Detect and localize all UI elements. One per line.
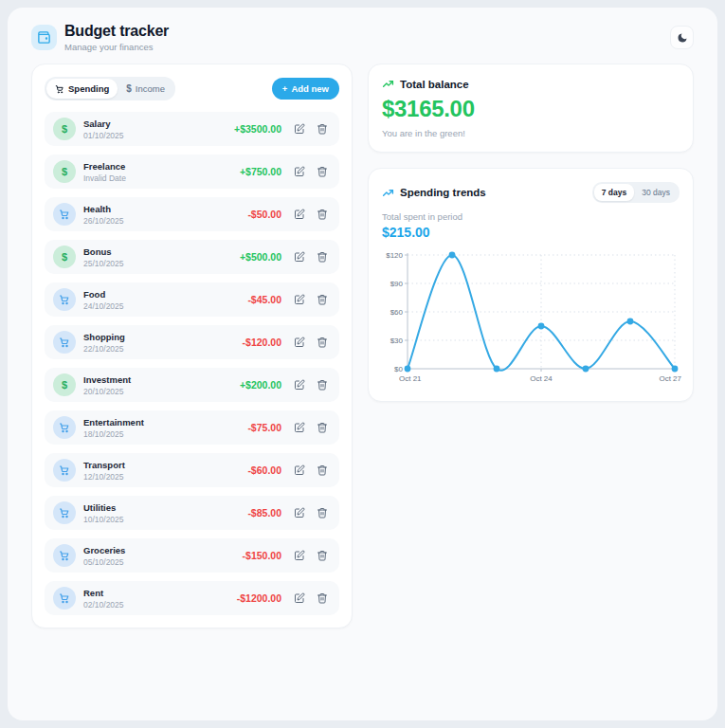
transaction-amount: +$200.00 bbox=[240, 379, 281, 391]
transaction-name: Freelance bbox=[83, 161, 240, 172]
cart-icon bbox=[53, 544, 76, 567]
svg-text:$0: $0 bbox=[394, 365, 403, 373]
transaction-row: Utilities 10/10/2025 -$85.00 bbox=[45, 496, 339, 530]
trends-chart: $0$30$60$90$120Oct 21Oct 24Oct 27 bbox=[382, 246, 681, 388]
right-column: Total balance $3165.00 You are in the gr… bbox=[368, 64, 694, 402]
transaction-amount: -$75.00 bbox=[247, 422, 281, 433]
transaction-date: 20/10/2025 bbox=[83, 387, 240, 396]
delete-button[interactable] bbox=[314, 163, 331, 180]
edit-button[interactable] bbox=[291, 547, 308, 564]
transaction-date: 02/10/2025 bbox=[83, 600, 237, 610]
moon-icon bbox=[677, 32, 688, 44]
delete-button[interactable] bbox=[314, 334, 331, 351]
tab-label: Spending bbox=[68, 83, 109, 94]
trash-icon bbox=[317, 209, 328, 220]
trash-icon bbox=[317, 123, 328, 135]
delete-button[interactable] bbox=[314, 291, 331, 308]
period-toggle: 7 days 30 days bbox=[592, 182, 680, 203]
period-30-days-button[interactable]: 30 days bbox=[634, 184, 678, 201]
transaction-name: Bonus bbox=[83, 246, 240, 257]
tab-spending[interactable]: Spending bbox=[46, 79, 118, 99]
transaction-name: Utilities bbox=[83, 502, 247, 513]
transaction-name: Investment bbox=[83, 374, 240, 385]
delete-button[interactable] bbox=[314, 248, 331, 265]
trending-up-icon bbox=[382, 78, 394, 90]
transactions-toolbar: Spending $ Income + Add new bbox=[45, 77, 339, 100]
cart-icon bbox=[53, 288, 76, 311]
edit-button[interactable] bbox=[291, 248, 308, 265]
transaction-amount: -$60.00 bbox=[247, 464, 281, 476]
edit-icon bbox=[294, 166, 305, 177]
trash-icon bbox=[317, 592, 328, 604]
delete-button[interactable] bbox=[314, 206, 331, 223]
edit-icon bbox=[294, 379, 305, 391]
transaction-row: Shopping 22/10/2025 -$120.00 bbox=[45, 325, 339, 359]
delete-button[interactable] bbox=[314, 120, 331, 137]
transaction-row: $ Salary 01/10/2025 +$3500.00 bbox=[45, 112, 339, 146]
transaction-date: 05/10/2025 bbox=[83, 557, 243, 567]
transaction-date: Invalid Date bbox=[83, 173, 240, 183]
svg-text:$60: $60 bbox=[390, 308, 404, 317]
transaction-row: Food 24/10/2025 -$45.00 bbox=[45, 282, 339, 317]
delete-button[interactable] bbox=[314, 504, 331, 521]
chart-container: $0$30$60$90$120Oct 21Oct 24Oct 27 bbox=[382, 246, 680, 391]
transaction-amount: +$500.00 bbox=[240, 251, 281, 263]
period-7-days-button[interactable]: 7 days bbox=[594, 184, 634, 201]
tab-label: Income bbox=[136, 83, 165, 94]
transaction-date: 25/10/2025 bbox=[83, 259, 240, 268]
edit-button[interactable] bbox=[291, 206, 308, 223]
add-new-button[interactable]: + Add new bbox=[272, 78, 339, 100]
delete-button[interactable] bbox=[314, 376, 331, 393]
edit-button[interactable] bbox=[291, 291, 308, 308]
edit-icon bbox=[294, 464, 305, 476]
edit-icon bbox=[294, 294, 305, 305]
edit-button[interactable] bbox=[291, 376, 308, 393]
app-header: Budget tracker Manage your finances bbox=[8, 8, 717, 64]
trash-icon bbox=[317, 507, 328, 519]
trends-title: Spending trends bbox=[400, 187, 486, 198]
theme-toggle-button[interactable] bbox=[670, 26, 694, 49]
delete-button[interactable] bbox=[314, 462, 331, 479]
transaction-amount: -$150.00 bbox=[243, 550, 281, 561]
edit-button[interactable] bbox=[291, 462, 308, 479]
wallet-icon bbox=[31, 25, 57, 50]
svg-text:$30: $30 bbox=[390, 337, 404, 345]
balance-value: $3165.00 bbox=[382, 96, 680, 122]
edit-icon bbox=[294, 550, 305, 561]
trash-icon bbox=[317, 379, 328, 391]
trends-card: Spending trends 7 days 30 days Total spe… bbox=[368, 168, 694, 402]
transaction-row: $ Freelance Invalid Date +$750.00 bbox=[45, 155, 339, 189]
trash-icon bbox=[317, 294, 328, 305]
transaction-name: Health bbox=[83, 204, 247, 214]
transaction-row: Rent 02/10/2025 -$1200.00 bbox=[45, 581, 339, 615]
balance-note: You are in the green! bbox=[382, 128, 680, 138]
cart-icon bbox=[53, 331, 76, 354]
transaction-amount: -$45.00 bbox=[247, 294, 281, 305]
edit-icon bbox=[294, 209, 305, 220]
transaction-name: Shopping bbox=[83, 332, 243, 342]
delete-button[interactable] bbox=[314, 590, 331, 607]
transaction-date: 26/10/2025 bbox=[83, 216, 247, 226]
delete-button[interactable] bbox=[314, 547, 331, 564]
dollar-icon: $ bbox=[53, 373, 76, 396]
transaction-row: Health 26/10/2025 -$50.00 bbox=[45, 197, 339, 231]
cart-icon bbox=[53, 501, 76, 524]
svg-text:Oct 24: Oct 24 bbox=[530, 374, 553, 383]
delete-button[interactable] bbox=[314, 419, 331, 436]
transaction-row: $ Bonus 25/10/2025 +$500.00 bbox=[45, 240, 339, 274]
add-new-label: Add new bbox=[291, 83, 329, 94]
edit-button[interactable] bbox=[291, 163, 308, 180]
edit-button[interactable] bbox=[291, 504, 308, 521]
svg-text:Oct 21: Oct 21 bbox=[399, 374, 422, 383]
edit-button[interactable] bbox=[291, 419, 308, 436]
page-subtitle: Manage your finances bbox=[64, 42, 670, 52]
tab-income[interactable]: $ Income bbox=[118, 79, 173, 99]
edit-button[interactable] bbox=[291, 120, 308, 137]
trash-icon bbox=[317, 550, 328, 561]
edit-button[interactable] bbox=[291, 334, 308, 351]
edit-icon bbox=[294, 251, 305, 263]
transaction-row: $ Investment 20/10/2025 +$200.00 bbox=[45, 368, 339, 402]
transaction-amount: +$3500.00 bbox=[234, 123, 281, 135]
transaction-name: Transport bbox=[83, 460, 247, 470]
edit-button[interactable] bbox=[291, 590, 308, 607]
